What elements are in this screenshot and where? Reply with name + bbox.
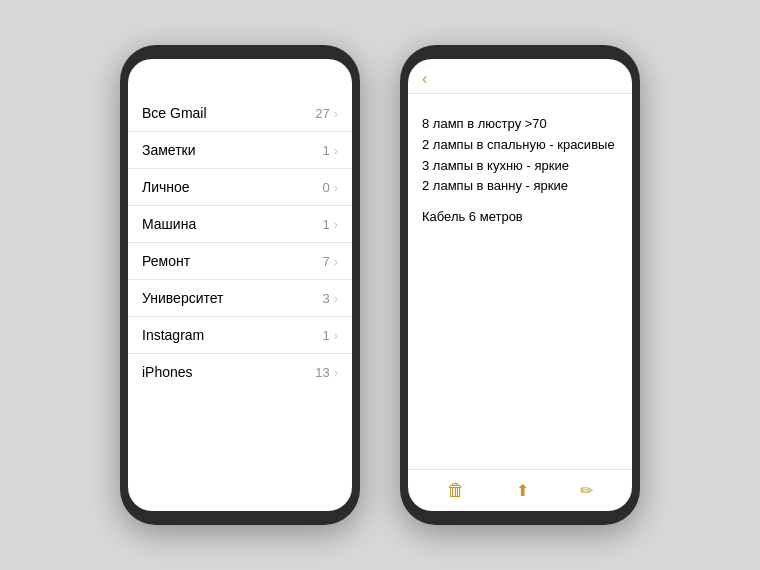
folder-right: 0 › <box>322 180 338 195</box>
folder-count: 1 <box>322 328 329 343</box>
note-line: 2 лампы в ванну - яркие <box>422 176 618 197</box>
folder-right: 13 › <box>315 365 338 380</box>
trash-icon[interactable]: 🗑 <box>447 480 465 501</box>
note-paragraph-2: Кабель 6 метров <box>422 207 618 228</box>
folders-header <box>128 59 352 73</box>
folder-name: Instagram <box>142 327 204 343</box>
folder-item[interactable]: Машина 1 › <box>128 206 352 243</box>
folders-screen: Все Gmail 27 › Заметки 1 › Личное 0 › Ма… <box>128 59 352 511</box>
folder-right: 1 › <box>322 217 338 232</box>
folder-name: Заметки <box>142 142 196 158</box>
folder-name: Личное <box>142 179 190 195</box>
folder-right: 7 › <box>322 254 338 269</box>
folder-count: 13 <box>315 365 329 380</box>
folder-item[interactable]: Университет 3 › <box>128 280 352 317</box>
folder-count: 1 <box>322 143 329 158</box>
note-line: 8 ламп в люстру >70 <box>422 114 618 135</box>
note-line: 3 лампы в кухню - яркие <box>422 156 618 177</box>
chevron-right-icon: › <box>334 143 338 158</box>
folder-right: 3 › <box>322 291 338 306</box>
note-footer: 🗑 ⬆ ✏ <box>408 469 632 511</box>
folder-count: 27 <box>315 106 329 121</box>
folder-count: 1 <box>322 217 329 232</box>
folder-right: 1 › <box>322 143 338 158</box>
folder-item[interactable]: iPhones 13 › <box>128 354 352 390</box>
folder-item[interactable]: Заметки 1 › <box>128 132 352 169</box>
share-icon[interactable]: ⬆ <box>516 481 529 500</box>
phone-folders: Все Gmail 27 › Заметки 1 › Личное 0 › Ма… <box>120 45 360 525</box>
note-screen: ‹ 8 ламп в люстру >702 лампы в спальную … <box>408 59 632 511</box>
folder-count: 7 <box>322 254 329 269</box>
folder-item[interactable]: Личное 0 › <box>128 169 352 206</box>
note-line: 2 лампы в спальную - красивые <box>422 135 618 156</box>
chevron-right-icon: › <box>334 365 338 380</box>
folder-name: iPhones <box>142 364 193 380</box>
folder-right: 1 › <box>322 328 338 343</box>
folder-item[interactable]: Instagram 1 › <box>128 317 352 354</box>
folder-name: Машина <box>142 216 196 232</box>
back-chevron-icon: ‹ <box>422 71 427 87</box>
note-body: 8 ламп в люстру >702 лампы в спальную - … <box>408 94 632 469</box>
phone-note: ‹ 8 ламп в люстру >702 лампы в спальную … <box>400 45 640 525</box>
chevron-right-icon: › <box>334 254 338 269</box>
note-content: 8 ламп в люстру >702 лампы в спальную - … <box>422 114 618 228</box>
note-paragraph-1: 8 ламп в люстру >702 лампы в спальную - … <box>422 114 618 197</box>
folder-name: Университет <box>142 290 223 306</box>
note-header: ‹ <box>408 59 632 94</box>
gmail-section-label <box>128 85 352 95</box>
folder-list: Все Gmail 27 › Заметки 1 › Личное 0 › Ма… <box>128 95 352 511</box>
folder-item[interactable]: Все Gmail 27 › <box>128 95 352 132</box>
folders-title <box>128 73 352 85</box>
chevron-right-icon: › <box>334 106 338 121</box>
back-button[interactable]: ‹ <box>422 71 429 87</box>
chevron-right-icon: › <box>334 328 338 343</box>
note-line: Кабель 6 метров <box>422 207 618 228</box>
folder-count: 0 <box>322 180 329 195</box>
folder-right: 27 › <box>315 106 338 121</box>
folder-item[interactable]: Ремонт 7 › <box>128 243 352 280</box>
edit-icon[interactable]: ✏ <box>580 481 593 500</box>
chevron-right-icon: › <box>334 291 338 306</box>
folder-name: Все Gmail <box>142 105 207 121</box>
folder-count: 3 <box>322 291 329 306</box>
folder-name: Ремонт <box>142 253 190 269</box>
chevron-right-icon: › <box>334 180 338 195</box>
chevron-right-icon: › <box>334 217 338 232</box>
